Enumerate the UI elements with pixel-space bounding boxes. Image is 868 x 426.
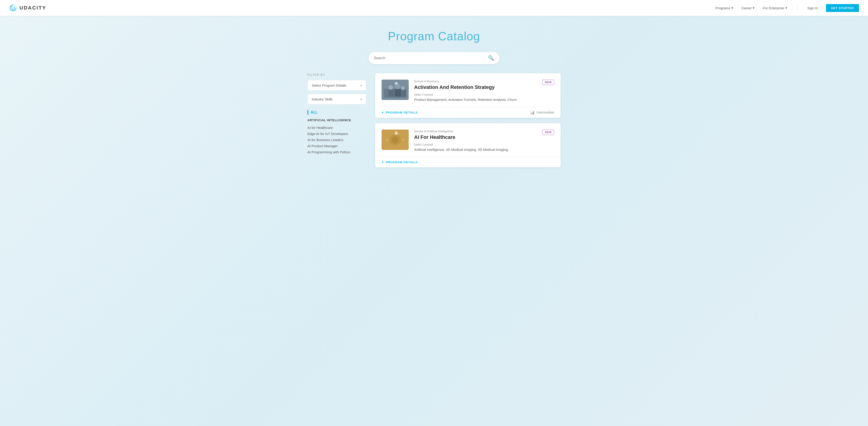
- card2-thumb-svg: [381, 129, 409, 150]
- card1-program-details-button[interactable]: + PROGRAM DETAILS: [381, 110, 418, 114]
- nav-programs[interactable]: Programs ▾: [716, 6, 733, 10]
- card1-bottom: + PROGRAM DETAILS 📊 Intermediate: [375, 107, 561, 118]
- svg-rect-8: [395, 82, 397, 85]
- svg-point-11: [392, 136, 399, 143]
- svg-rect-5: [388, 90, 394, 96]
- enterprise-chevron-icon: ▾: [785, 6, 787, 10]
- search-input[interactable]: [374, 56, 488, 60]
- industry-skills-dropdown[interactable]: Industry Skills ▾: [307, 94, 366, 104]
- search-box: 🔍: [368, 52, 500, 64]
- card2-content: School of Artificial Intelligence AI For…: [414, 129, 554, 152]
- main-layout: FILTER BY Select Program Details ▾ Indus…: [298, 73, 569, 186]
- svg-rect-7: [401, 90, 406, 96]
- get-started-button[interactable]: GET STARTED: [826, 4, 859, 12]
- logo-link[interactable]: UDACITY: [9, 4, 46, 12]
- card1-skills-label: Skills Covered: [414, 93, 554, 96]
- svg-rect-6: [395, 89, 401, 96]
- svg-point-2: [388, 85, 393, 90]
- cat-item-ai-business[interactable]: AI for Business Leaders: [307, 137, 366, 143]
- program-card-1: School of Business Activation And Retent…: [375, 73, 561, 118]
- nav-links: Programs ▾ Career ▾ For Enterprise ▾ Sig…: [716, 4, 859, 12]
- all-filter-bar: [307, 110, 308, 115]
- svg-rect-18: [395, 131, 397, 134]
- cards-area: School of Business Activation And Retent…: [375, 73, 561, 173]
- card2-skills: Artificial Intelligence, 2D Medical Imag…: [414, 147, 554, 152]
- search-button[interactable]: 🔍: [488, 55, 494, 61]
- card1-thumb-svg: [381, 80, 409, 100]
- plus-icon: +: [381, 110, 384, 114]
- cat-item-edge-ai[interactable]: Edge AI for IoT Developers: [307, 131, 366, 137]
- card2-title: AI For Healthcare: [414, 134, 554, 140]
- card1-level-badge: 📊 Intermediate: [530, 110, 554, 115]
- plus-icon-2: +: [381, 160, 384, 164]
- svg-point-16: [386, 139, 388, 141]
- sign-in-link[interactable]: Sign In: [807, 6, 818, 10]
- navbar: UDACITY Programs ▾ Career ▾ For Enterpri…: [0, 0, 868, 16]
- category-ai-title: ARTIFICIAL INTELLIGENCE: [307, 119, 366, 122]
- search-container: 🔍: [0, 52, 868, 73]
- program-details-dropdown[interactable]: Select Program Details ▾: [307, 80, 366, 91]
- card1-new-badge: NEW: [542, 80, 554, 85]
- logo-text: UDACITY: [20, 5, 46, 11]
- dropdown1-chevron-icon: ▾: [360, 84, 362, 87]
- programs-chevron-icon: ▾: [732, 6, 733, 10]
- career-chevron-icon: ▾: [753, 6, 754, 10]
- card2-bottom: + PROGRAM DETAILS: [375, 157, 561, 167]
- all-filter[interactable]: ALL: [307, 110, 366, 115]
- level-icon: 📊: [530, 110, 535, 115]
- svg-point-4: [401, 86, 405, 90]
- card2-top: School of Artificial Intelligence AI For…: [375, 123, 561, 157]
- nav-divider: [797, 5, 798, 11]
- card1-content: School of Business Activation And Retent…: [414, 80, 554, 102]
- search-icon: 🔍: [488, 55, 494, 61]
- filter-label: FILTER BY: [307, 73, 366, 77]
- card1-top: School of Business Activation And Retent…: [375, 73, 561, 107]
- page-title: Program Catalog: [4, 29, 864, 43]
- card1-title: Activation And Retention Strategy: [414, 84, 554, 90]
- svg-point-17: [402, 139, 404, 141]
- card2-new-badge: NEW: [542, 129, 554, 135]
- hero-section: Program Catalog: [0, 16, 868, 52]
- udacity-logo-icon: [9, 4, 17, 12]
- card2-skills-label: Skills Covered: [414, 143, 554, 146]
- card1-thumbnail: [381, 80, 409, 100]
- card1-school: School of Business: [414, 80, 554, 83]
- cat-item-ai-healthcare[interactable]: AI for Healthcare: [307, 125, 366, 131]
- dropdown2-chevron-icon: ▾: [360, 97, 362, 101]
- category-ai: ARTIFICIAL INTELLIGENCE AI for Healthcar…: [307, 119, 366, 155]
- card2-school: School of Artificial Intelligence: [414, 129, 554, 133]
- card2-program-details-button[interactable]: + PROGRAM DETAILS: [381, 160, 418, 164]
- sidebar: FILTER BY Select Program Details ▾ Indus…: [307, 73, 366, 173]
- card2-thumbnail: [381, 129, 409, 150]
- nav-career[interactable]: Career ▾: [741, 6, 755, 10]
- program-card-2: School of Artificial Intelligence AI For…: [375, 123, 561, 168]
- nav-enterprise[interactable]: For Enterprise ▾: [763, 6, 787, 10]
- cat-item-ai-product-manager[interactable]: AI Product Manager: [307, 143, 366, 149]
- card1-skills: Product Management, Activation Funnels, …: [414, 97, 554, 102]
- cat-item-ai-python[interactable]: AI Programming with Python: [307, 149, 366, 155]
